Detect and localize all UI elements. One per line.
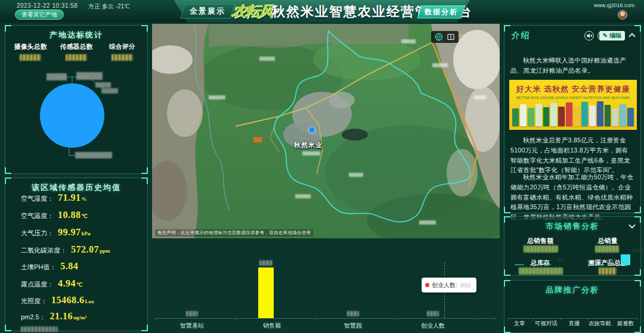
pie-slice-blue[interactable]	[40, 83, 104, 148]
panel-title: 品牌推广分析	[504, 285, 640, 295]
category-sales: 销售额	[251, 322, 293, 330]
masked-value	[519, 267, 563, 275]
panel-title: 介绍	[512, 30, 531, 41]
view-other-sites-button[interactable]: 查看其它产地	[15, 10, 64, 20]
panel-title: 产地达标统计	[5, 30, 147, 41]
bar-value-masked	[347, 311, 359, 316]
website-watermark: www.qj2016.com	[594, 2, 634, 8]
bar-value-masked	[427, 311, 439, 316]
sensor-row-pm25: pm2.5： 21.16 ug/m³	[21, 311, 86, 322]
sensor-row-light: 光照度： 15468.6 Lux	[21, 295, 94, 306]
banner-headline: 好大米 选秋然 安全营养更健康	[509, 84, 637, 95]
brand-bar[interactable]	[595, 264, 605, 265]
mute-audio-button[interactable]	[584, 31, 594, 41]
map-disclaimer: 免责声明：此应用展示的地理标注信息数据仅供参考，请勿在其他场合使用	[155, 229, 313, 236]
sales-bar[interactable]	[258, 267, 274, 318]
panel-title: 该区域传感器历史均值	[5, 182, 147, 193]
collapse-chevron-up-icon[interactable]	[628, 33, 635, 39]
tab-data-analysis[interactable]: 数据分析	[417, 5, 465, 18]
globe-icon[interactable]	[435, 33, 443, 41]
panel-intro: 介绍 ✎ 编辑 秋然大米蝉联入选中国好粮油遴选产品、黑龙江好粮油产品名录。 好大…	[504, 25, 641, 213]
x-axis	[508, 318, 637, 319]
x-axis	[156, 318, 496, 319]
bottom-bar-chart: 智慧基站 销售额 智慧园 创业人数 创业人数:	[152, 238, 500, 333]
panel-sensor-history: 该区域传感器历史均值 空气湿度： 71.91 % 空气温度： 10.88 ℃ 大…	[5, 178, 148, 331]
banner-subtitle: BETTER RICE CHOOSE QIURAN SAFETY NUTRITI…	[509, 96, 637, 99]
product-thumbnails	[512, 100, 634, 126]
masked-value	[524, 245, 558, 253]
sensor-row-co2: 二氧化碳浓度： 572.07 ppm	[21, 244, 110, 255]
panel-market-analysis: 市场销售分析 总销售额 总销量 总库存 溯源产品总数	[504, 216, 641, 276]
map-layer-controls[interactable]	[431, 31, 459, 43]
bar-value-masked	[186, 311, 198, 316]
sensor-row-air-temp: 空气温度： 10.88 ℃	[21, 210, 88, 220]
panel-standards-stats: 产地达标统计 摄像头总数 传感器总数 综合评分	[5, 25, 148, 174]
header-datetime: 2023-12-22 10:31:58	[17, 2, 78, 9]
header-weather: 方正 多云 -21℃	[88, 2, 129, 11]
category-smart-garden: 智慧园	[332, 322, 374, 330]
tooltip-series-dot	[425, 283, 429, 287]
layers-icon[interactable]	[447, 33, 455, 41]
brand-bar[interactable]	[621, 254, 630, 265]
sensor-row-masked	[21, 326, 58, 332]
edit-button[interactable]: ✎ 编辑	[599, 31, 625, 41]
sensor-row-humidity: 空气湿度： 71.91 %	[21, 192, 87, 203]
tab-panorama[interactable]: 全景展示	[180, 4, 235, 18]
map-graphics	[152, 24, 500, 238]
brand-bar[interactable]	[541, 264, 551, 265]
standards-pie-chart[interactable]	[5, 58, 148, 172]
top-header: 2023-12-22 10:31:58 方正 多云 -21℃ 查看其它产地 全景…	[0, 0, 644, 23]
company-marker	[309, 127, 315, 133]
intro-paragraph-1: 秋然大米蝉联入选中国好粮油遴选产品、黑龙江好粮油产品名录。	[510, 55, 634, 76]
intro-paragraph-2: 秋然米业总资产3.85亿元，注册资金5100万元，占地面积13.8万平方米，拥有…	[510, 135, 634, 175]
user-avatar[interactable]	[618, 10, 627, 20]
masked-value	[599, 267, 617, 275]
brand-logo: 农耘风	[230, 1, 274, 21]
company-marker-label: 秋然米业	[294, 141, 323, 150]
satellite-map[interactable]: 秋然米业 免责声明：此应用展示的地理标注信息数据仅供参考，请勿在其他场合使用	[152, 24, 500, 238]
bar-value-masked	[259, 260, 273, 266]
sensor-row-pressure: 大气压力： 99.97 kPa	[21, 227, 91, 238]
advert-banner[interactable]: 好大米 选秋然 安全营养更健康 BETTER RICE CHOOSE QIURA…	[509, 80, 637, 130]
panel-brand-promotion: 品牌推广分析 2 文章 17 可视对话 0 直播 17 农旅导航 41127 观…	[504, 280, 641, 333]
masked-value	[595, 245, 619, 253]
sensor-row-dewpoint: 露点温度： 4.94 ℃	[21, 278, 82, 289]
category-smart-station: 智慧基站	[171, 322, 213, 330]
sensor-row-ph: 土壤PH值： 5.84	[21, 261, 79, 272]
intro-paragraph-3: 秋然米业水稻年加工能力50万吨，年仓储能力20万吨（含5万吨恒温仓储）。企业拥有…	[510, 172, 634, 222]
brand-bar[interactable]	[515, 264, 524, 265]
category-entrepreneurs: 创业人数	[412, 322, 454, 330]
panel-title: 市场销售分析	[504, 221, 640, 232]
tooltip-value-masked	[460, 283, 470, 288]
chart-tooltip: 创业人数:	[422, 278, 476, 292]
